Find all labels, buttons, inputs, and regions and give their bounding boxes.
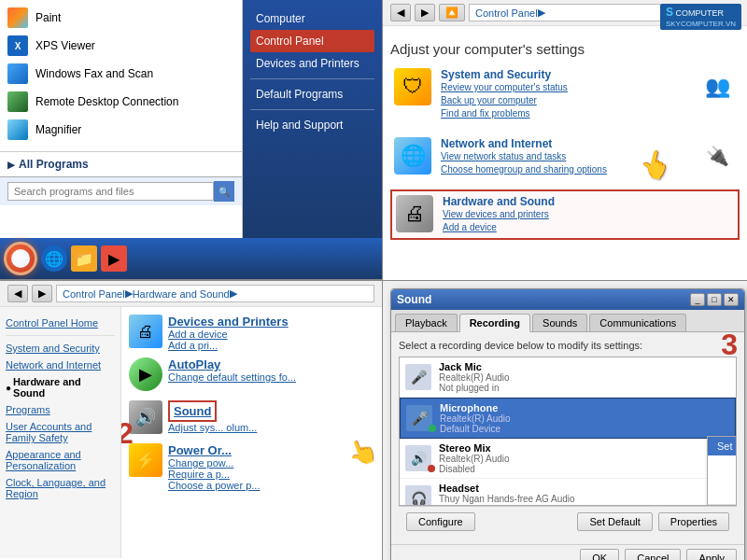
search-button[interactable]: 🔍 — [214, 181, 234, 202]
hw-sound-panel: ◀ ▶ Control Panel ▶ Hardware and Sound ▶… — [0, 280, 383, 560]
maximize-button[interactable]: □ — [707, 293, 722, 306]
tab-sounds[interactable]: Sounds — [532, 314, 587, 331]
headset-sub: Thuy Ngan Hands-free AG Audio — [439, 494, 575, 504]
set-default-button[interactable]: Set Default — [577, 512, 652, 531]
devices-title[interactable]: Devices and Printers — [168, 315, 289, 329]
breadcrumb-hw: Hardware and Sound — [133, 288, 230, 300]
autoplay-link1[interactable]: Change default settings fo... — [168, 371, 374, 383]
sound-text: Sound Adjust sys... olum... — [168, 400, 374, 433]
menu-devices[interactable]: Devices and Printers — [250, 52, 374, 75]
jack-mic-name: Jack Mic — [439, 361, 510, 372]
sidebar-user-accounts[interactable]: User Accounts and Family Safety — [6, 418, 115, 446]
sidebar-clock[interactable]: Clock, Language, and Region — [6, 474, 115, 502]
start-menu-top: Paint XPS Viewer Windows Fax and Scan — [0, 0, 382, 248]
properties-button[interactable]: Properties — [658, 512, 729, 531]
stereo-mix-name: Stereo Mix — [439, 442, 510, 454]
sidebar-programs[interactable]: Programs — [6, 401, 115, 418]
context-menu: Set Default Set as Default Device Set as… — [707, 436, 737, 506]
app-paint[interactable]: Paint — [0, 4, 242, 32]
dialog-action-bar: OK Cancel Apply — [391, 544, 744, 560]
ctx-show-disabled[interactable]: Show Disabled Devices — [708, 505, 737, 506]
sub-back-button[interactable]: ◀ — [7, 285, 28, 302]
cancel-button[interactable]: Cancel — [625, 549, 681, 560]
start-orb-button[interactable] — [4, 242, 37, 275]
sidebar-network[interactable]: Network and Internet — [6, 357, 115, 373]
footer-right: Set Default Properties — [577, 512, 729, 531]
cp-network-link2[interactable]: Choose homegroup and sharing options — [441, 163, 607, 176]
step-number-2: 2 — [121, 415, 134, 450]
remote-icon — [7, 91, 28, 112]
ok-button[interactable]: OK — [580, 549, 619, 560]
cp-network-title[interactable]: Network and Internet — [441, 137, 607, 150]
tab-communications[interactable]: Communications — [589, 314, 686, 331]
tab-recording[interactable]: Recording — [459, 314, 530, 332]
sidebar-appearance[interactable]: Appearance and Personalization — [6, 446, 115, 474]
cp-system-title[interactable]: System and Security — [441, 68, 568, 81]
autoplay-title[interactable]: AutoPlay — [168, 357, 220, 371]
up-button[interactable]: 🔼 — [439, 4, 465, 21]
jack-mic-info: Jack Mic Realtek(R) Audio Not plugged in — [439, 361, 510, 393]
sound-dialog: Sound _ □ ✕ Playback Recording Sounds Co… — [390, 288, 745, 560]
cp-system-link1[interactable]: Review your computer's status — [441, 81, 568, 94]
devices-link1[interactable]: Add a device — [168, 329, 374, 340]
app-xps[interactable]: XPS Viewer — [0, 32, 242, 60]
minimize-button[interactable]: _ — [690, 293, 705, 306]
taskbar-explorer-icon[interactable]: 📁 — [71, 245, 97, 272]
app-paint-label: Paint — [35, 11, 61, 24]
cp-hardware[interactable]: 🖨 Hardware and Sound View devices and pr… — [390, 189, 740, 240]
configure-button[interactable]: Configure — [406, 512, 475, 531]
mic-status: Default Device — [440, 424, 511, 434]
app-magnifier[interactable]: Magnifier — [0, 116, 242, 144]
sidebar-system-security[interactable]: System and Security — [6, 340, 115, 357]
power-link2[interactable]: Require a p... — [168, 469, 374, 480]
ctx-set-default-device[interactable]: Set as Default Device — [708, 455, 737, 474]
devices-link2[interactable]: Add a pri... — [168, 340, 374, 351]
back-button[interactable]: ◀ — [390, 4, 411, 21]
menu-control-panel[interactable]: Control Panel — [250, 30, 374, 52]
apply-button[interactable]: Apply — [686, 549, 737, 560]
menu-default-programs[interactable]: Default Programs — [250, 83, 374, 105]
cp-hardware-link1[interactable]: View devices and printers — [443, 208, 555, 221]
headset-status: Default Communications Device — [439, 504, 575, 506]
cp-system-security[interactable]: 🛡 System and Security Review your comput… — [390, 64, 740, 124]
dialog-title-text: Sound — [397, 293, 431, 306]
cp-network[interactable]: 🌐 Network and Internet View network stat… — [390, 133, 740, 180]
sound-title-highlight[interactable]: Sound — [168, 400, 217, 422]
cp-system-link2[interactable]: Back up your computer — [441, 94, 568, 107]
sidebar-cp-home[interactable]: Control Panel Home — [6, 315, 115, 331]
ctx-set-default-comm[interactable]: Set as Default Communication Device — [708, 474, 737, 504]
menu-help[interactable]: Help and Support — [250, 114, 374, 136]
search-input[interactable] — [7, 182, 214, 201]
power-link1[interactable]: Change pow... — [168, 457, 374, 469]
app-remote-label: Remote Desktop Connection — [35, 95, 178, 108]
sub-forward-button[interactable]: ▶ — [32, 285, 52, 302]
app-remote[interactable]: Remote Desktop Connection — [0, 88, 242, 116]
power-title[interactable]: Power Or... — [168, 443, 232, 457]
sound-link1[interactable]: Adjust sys... olum... — [168, 422, 374, 433]
cp-hardware-link2[interactable]: Add a device — [443, 221, 555, 234]
device-stereo-mix[interactable]: 🔊 Stereo Mix Realtek(R) Audio Disabled — [400, 439, 736, 479]
network-right-icon: 🔌 — [698, 137, 736, 175]
sound-title[interactable]: Sound — [174, 404, 211, 418]
cp-system-link3[interactable]: Find and fix problems — [441, 107, 568, 120]
device-jack-mic[interactable]: 🎤 Jack Mic Realtek(R) Audio Not plugged … — [400, 357, 736, 398]
cp-network-link1[interactable]: View network status and tasks — [441, 150, 607, 163]
taskbar-ie-icon[interactable]: 🌐 — [41, 245, 67, 272]
jack-mic-status: Not plugged in — [439, 383, 510, 393]
breadcrumb-arrow: ▶ — [538, 7, 545, 19]
close-button[interactable]: ✕ — [724, 293, 739, 306]
sub-breadcrumb: Control Panel ▶ Hardware and Sound ▶ — [56, 285, 374, 302]
all-programs-item[interactable]: ▶ All Programs — [0, 151, 242, 176]
taskbar-media-icon[interactable]: ▶ — [101, 245, 127, 272]
app-magnifier-label: Magnifier — [35, 123, 81, 136]
app-fax[interactable]: Windows Fax and Scan — [0, 60, 242, 88]
device-microphone[interactable]: 🎤 Microphone Realtek(R) Audio Default De… — [400, 398, 736, 439]
menu-computer[interactable]: Computer — [250, 7, 374, 30]
ctx-set-default[interactable]: Set Default — [708, 437, 737, 455]
power-link3[interactable]: Choose a power p... — [168, 480, 374, 491]
stereo-mix-info: Stereo Mix Realtek(R) Audio Disabled — [439, 442, 510, 474]
forward-button[interactable]: ▶ — [415, 4, 435, 21]
cp-hardware-title[interactable]: Hardware and Sound — [443, 195, 555, 208]
tab-playback[interactable]: Playback — [395, 314, 458, 331]
device-headset[interactable]: 🎧 Headset Thuy Ngan Hands-free AG Audio … — [400, 479, 736, 506]
